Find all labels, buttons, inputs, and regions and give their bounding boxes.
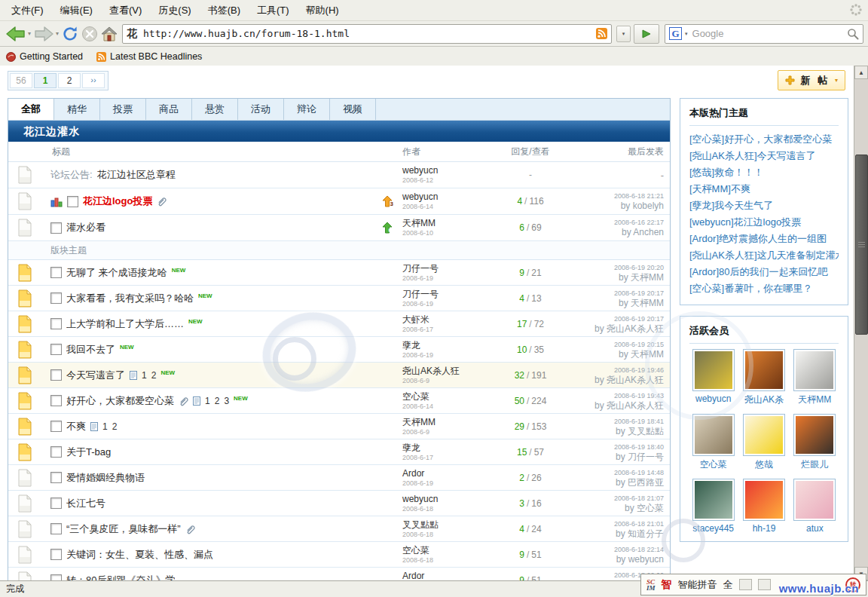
lastpost-by[interactable]: by 尧山AK杀人狂 bbox=[576, 401, 664, 411]
author-name[interactable]: webyucn bbox=[402, 494, 485, 504]
new-post-dropdown-icon[interactable]: ▾ bbox=[835, 77, 838, 84]
member-name[interactable]: stacey445 bbox=[692, 523, 735, 534]
lastpost-by[interactable]: by webyucn bbox=[576, 555, 664, 565]
hot-topic-link[interactable]: [Ardor]绝对震撼你人生的一组图 bbox=[689, 231, 839, 247]
tab-5[interactable]: 活动 bbox=[238, 99, 284, 120]
member-avatar[interactable] bbox=[793, 479, 836, 521]
lastpost-by[interactable]: by 巴西路亚 bbox=[576, 478, 664, 488]
member-name[interactable]: 悠哉 bbox=[743, 458, 785, 471]
search-input[interactable] bbox=[691, 27, 844, 40]
ime-keyboard-icon[interactable] bbox=[758, 579, 771, 590]
menu-item-2[interactable]: 查看(V) bbox=[101, 0, 150, 21]
thread-checkbox[interactable] bbox=[67, 196, 78, 207]
member-avatar[interactable] bbox=[743, 414, 785, 456]
member-avatar[interactable] bbox=[743, 479, 785, 521]
go-button[interactable] bbox=[634, 24, 659, 44]
tab-7[interactable]: 视频 bbox=[330, 99, 376, 120]
lastpost-by[interactable]: by 尧山AK杀人狂 bbox=[576, 324, 664, 334]
rss-feed-icon[interactable] bbox=[596, 28, 607, 39]
member-name[interactable]: atux bbox=[793, 523, 836, 534]
thread-checkbox[interactable] bbox=[50, 369, 62, 381]
menu-item-1[interactable]: 编辑(E) bbox=[52, 0, 101, 21]
thread-title-link[interactable]: 不爽 bbox=[66, 420, 86, 433]
thread-title-link[interactable]: 大家看看，我有文采吗？哈哈 bbox=[66, 292, 194, 305]
scroll-up-arrow[interactable]: ▲ bbox=[854, 66, 868, 79]
ime-engine-icon[interactable]: 智 bbox=[662, 578, 672, 592]
author-name[interactable]: 天枰MM bbox=[402, 418, 485, 427]
member-name[interactable]: hh-19 bbox=[743, 523, 785, 534]
member-avatar[interactable] bbox=[793, 414, 836, 456]
search-engine-dropdown[interactable]: ▾ bbox=[685, 31, 688, 37]
tab-0[interactable]: 全部 bbox=[8, 99, 54, 120]
author-name[interactable]: Ardor bbox=[402, 469, 485, 479]
thread-title-link[interactable]: 灌水必看 bbox=[66, 221, 105, 234]
vertical-scrollbar[interactable]: ▲ ▼ bbox=[854, 66, 868, 580]
lastpost-by[interactable]: by 天枰MM bbox=[576, 273, 664, 283]
thread-title-link[interactable]: 我回不去了 bbox=[66, 343, 115, 357]
reload-button[interactable] bbox=[60, 23, 80, 44]
back-button[interactable] bbox=[5, 23, 27, 44]
menu-item-0[interactable]: 文件(F) bbox=[3, 0, 52, 21]
ime-engine-name[interactable]: 智能拼音 bbox=[678, 578, 717, 592]
thread-title-link[interactable]: 长江七号 bbox=[66, 497, 105, 510]
thread-checkbox[interactable] bbox=[50, 292, 62, 304]
lastpost-by[interactable]: by 知道分子 bbox=[576, 529, 664, 539]
menu-item-5[interactable]: 工具(T) bbox=[249, 0, 298, 21]
thread-checkbox[interactable] bbox=[50, 472, 62, 483]
member-name[interactable]: 尧山AK杀 bbox=[743, 393, 785, 406]
menu-item-4[interactable]: 书签(B) bbox=[200, 0, 249, 21]
hot-topic-link[interactable]: [孽龙]我今天生气了 bbox=[689, 197, 839, 214]
member-name[interactable]: 天枰MM bbox=[793, 393, 836, 406]
author-name[interactable]: 刀仔一号 bbox=[402, 289, 485, 299]
thread-checkbox[interactable] bbox=[50, 574, 62, 580]
bookmark-bbc-headlines[interactable]: Latest BBC Headlines bbox=[96, 51, 202, 62]
member-avatar[interactable] bbox=[692, 349, 735, 391]
thread-title-link[interactable]: 上大学前和上了大学后…… bbox=[66, 317, 184, 331]
lastpost-by[interactable]: by 叉叉點點 bbox=[576, 427, 664, 436]
thread-title-link[interactable]: 关键词：女生、夏装、性感、漏点 bbox=[66, 548, 213, 562]
page-link[interactable]: 1 bbox=[102, 421, 108, 432]
author-name[interactable]: 尧山AK杀人狂 bbox=[402, 366, 485, 376]
page-link[interactable]: 1 bbox=[205, 396, 210, 406]
ime-punctuation-icon[interactable] bbox=[739, 579, 752, 590]
thread-title-link[interactable]: 花江边社区总章程 bbox=[97, 168, 176, 182]
lastpost-by[interactable]: by 尧山AK杀人狂 bbox=[576, 375, 664, 385]
hot-topic-link[interactable]: [尧山AK杀人狂]今天写遗言了 bbox=[689, 148, 839, 164]
page-current[interactable]: 1 bbox=[34, 73, 57, 88]
page-link[interactable]: 1 bbox=[142, 370, 147, 381]
thread-title-link[interactable]: 爱情婚姻经典物语 bbox=[66, 471, 145, 485]
menu-item-3[interactable]: 历史(S) bbox=[150, 0, 199, 21]
tab-3[interactable]: 商品 bbox=[146, 99, 192, 120]
member-avatar[interactable] bbox=[793, 349, 836, 391]
hot-topic-link[interactable]: [尧山AK杀人狂]这几天准备制定灌水版 bbox=[689, 247, 839, 264]
forward-button[interactable] bbox=[32, 23, 55, 44]
tab-6[interactable]: 辩论 bbox=[284, 99, 330, 120]
member-name[interactable]: webyucn bbox=[692, 393, 735, 404]
tab-4[interactable]: 悬赏 bbox=[192, 99, 238, 120]
bookmark-getting-started[interactable]: Getting Started bbox=[6, 51, 83, 62]
google-engine-icon[interactable]: G bbox=[669, 27, 682, 40]
thread-checkbox[interactable] bbox=[50, 318, 62, 329]
url-history-dropdown[interactable]: ▾ bbox=[616, 26, 631, 42]
thread-checkbox[interactable] bbox=[50, 344, 62, 355]
ime-width-mode[interactable]: 全 bbox=[723, 578, 733, 592]
thread-checkbox[interactable] bbox=[50, 523, 62, 534]
lastpost-by[interactable]: by kobelyh bbox=[576, 201, 664, 211]
lastpost-by[interactable]: by 空心菜 bbox=[576, 504, 664, 513]
address-bar[interactable]: 花 bbox=[122, 24, 612, 44]
hot-topic-link[interactable]: [空心菜]好开心，大家都爱空心菜 bbox=[689, 131, 839, 148]
author-name[interactable]: 空心菜 bbox=[402, 546, 485, 556]
author-name[interactable]: webyucn bbox=[402, 166, 485, 176]
forward-dropdown-icon[interactable]: ▾ bbox=[56, 30, 59, 37]
url-input[interactable] bbox=[142, 27, 591, 40]
page-link[interactable]: 2 bbox=[112, 421, 118, 432]
thread-checkbox[interactable] bbox=[50, 446, 62, 458]
member-avatar[interactable] bbox=[692, 479, 735, 521]
thread-checkbox[interactable] bbox=[50, 549, 62, 560]
thread-checkbox[interactable] bbox=[50, 498, 62, 509]
lastpost-by[interactable]: by 天枰MM bbox=[576, 298, 664, 308]
thread-checkbox[interactable] bbox=[50, 267, 62, 278]
thread-title-link[interactable]: 好开心，大家都爱空心菜 bbox=[66, 394, 174, 408]
author-name[interactable]: Ardor bbox=[402, 571, 485, 581]
search-magnifier-icon[interactable] bbox=[847, 28, 859, 40]
